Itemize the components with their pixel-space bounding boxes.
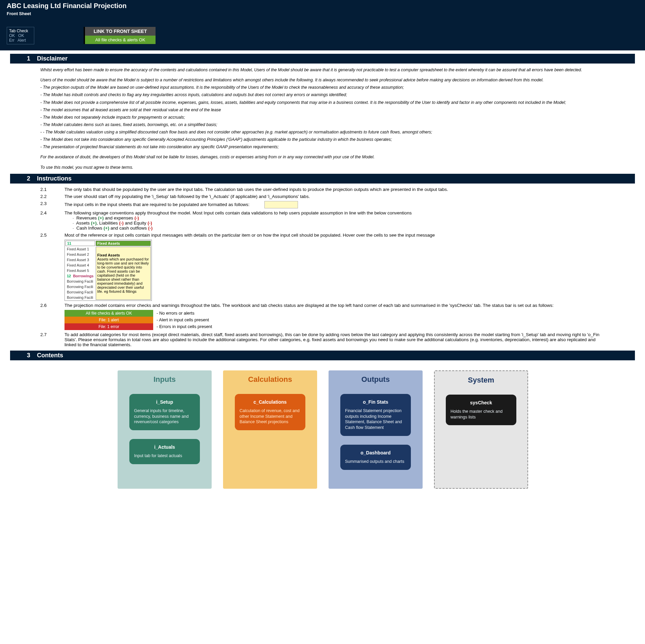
instr-num-2-2: 2.2 [40, 194, 64, 199]
instr-num-2-3: 2.3 [40, 201, 64, 208]
link-front-sheet[interactable]: LINK TO FRONT SHEET All file checks & al… [84, 27, 156, 44]
disclaimer-p4: To use this model, you must agree to the… [40, 164, 605, 170]
contents-col-outputs: Outputs o_Fin Stats Financial Statement … [329, 370, 423, 489]
disclaimer-b1: - The projection outputs of the Model ar… [40, 84, 605, 90]
tab-check-alert: Alert [17, 38, 26, 43]
status-bar-ok-label: - No errors or alerts [157, 311, 195, 316]
instr-text-2-6: The projection model contains error chec… [64, 303, 605, 308]
status-bar-alert: File: 1 alert [64, 317, 153, 323]
tab-check-label: Tab Check [9, 29, 32, 33]
instr-text-2-1: The only tabs that should be populated b… [64, 187, 605, 192]
contents-card-syscheck[interactable]: sysCheck Holds the master check and warn… [446, 395, 516, 426]
section-title: Contents [37, 352, 63, 359]
disclaimer-b2: - The Model has inbuilt controls and che… [40, 92, 605, 98]
contents-diagram: Inputs i_Setup General inputs for timeli… [0, 364, 645, 506]
status-bar-error: File: 1 error [64, 323, 153, 330]
status-bar-ok: All file checks & alerts OK [64, 310, 153, 317]
header-bar: ABC Leasing Ltd Financial Projection Fro… [0, 0, 645, 50]
instr-text-2-2: The user should start off my populating … [64, 194, 605, 199]
section-header-contents: 3 Contents [10, 351, 635, 360]
contents-card-calculations[interactable]: c_Calculations Calculation of revenue, c… [235, 394, 305, 431]
instr-text-2-4: The following signage conventions apply … [64, 210, 605, 231]
disclaimer-b8: - The Model does not take into considera… [40, 136, 605, 143]
contents-card-fin-stats[interactable]: o_Fin Stats Financial Statement projecti… [340, 394, 411, 436]
contents-col-inputs: Inputs i_Setup General inputs for timeli… [118, 370, 212, 489]
section-num: 1 [27, 55, 30, 62]
section-title: Disclaimer [37, 55, 68, 62]
disclaimer-p1: Whilst every effort has been made to ens… [40, 67, 605, 73]
link-front-sheet-label: LINK TO FRONT SHEET [84, 27, 156, 36]
disclaimer-b6: - The Model calculates items such as tax… [40, 122, 605, 128]
instr-num-2-4: 2.4 [40, 210, 64, 231]
instr-text-2-7: To add additional categories for most it… [64, 332, 605, 347]
tab-check-box: Tab Check OK OK Err Alert [7, 27, 34, 44]
disclaimer-b5: - The Model does not separately include … [40, 114, 605, 120]
file-checks-status: All file checks & alerts OK [84, 36, 156, 44]
status-bar-alert-label: - Alert in input cells present [157, 317, 209, 322]
contents-card-setup[interactable]: i_Setup General inputs for timeline, cur… [129, 394, 200, 431]
instr-num-2-6: 2.6 [40, 303, 64, 330]
contents-col-system: System sysCheck Holds the master check a… [434, 370, 528, 489]
tab-check-ok1: OK [9, 33, 15, 38]
section-header-disclaimer: 1 Disclaimer [10, 54, 635, 64]
contents-col-title-inputs: Inputs [118, 375, 212, 384]
tooltip-example: 11Fixed Assets Fixed Asset 1Fixed Assets… [64, 240, 152, 301]
section-num: 2 [27, 175, 30, 182]
section-num: 3 [27, 352, 30, 359]
section-title: Instructions [37, 175, 72, 182]
page-title: ABC Leasing Ltd Financial Projection [7, 2, 638, 10]
contents-col-title-out: Outputs [329, 375, 423, 384]
instr-text-2-3: The input cells in the input sheets that… [64, 201, 605, 208]
tab-check-err: Err [9, 38, 14, 43]
instr-num-2-5: 2.5 [40, 233, 64, 301]
instr-text-2-5: Most of the reference or input cells con… [64, 233, 605, 238]
instr-num-2-7: 2.7 [40, 332, 64, 347]
page-subtitle: Front Sheet [7, 11, 638, 16]
disclaimer-b4: - The model assumes that all leased asse… [40, 107, 605, 113]
contents-card-actuals[interactable]: i_Actuals Input tab for latest actuals [129, 439, 200, 464]
contents-card-dashboard[interactable]: o_Dashboard Summarised outputs and chart… [340, 445, 411, 470]
contents-col-calculations: Calculations c_Calculations Calculation … [223, 370, 317, 489]
contents-col-title-sys: System [435, 376, 527, 385]
disclaimer-p2: Users of the model should be aware that … [40, 77, 605, 83]
disclaimer-b3: - The Model does not provide a comprehen… [40, 99, 605, 106]
instr-num-2-1: 2.1 [40, 187, 64, 192]
disclaimer-body: Whilst every effort has been made to ens… [0, 67, 645, 170]
tab-check-ok2: OK [18, 33, 24, 38]
status-bar-error-label: - Errors in input cells present [157, 324, 212, 329]
disclaimer-b7: - - The Model calculates valuation using… [40, 129, 605, 135]
disclaimer-p3: For the avoidance of doubt, the develope… [40, 154, 605, 160]
section-header-instructions: 2 Instructions [10, 174, 635, 184]
disclaimer-b9: - The presentation of projected financia… [40, 144, 605, 150]
input-cell-sample [264, 201, 298, 208]
contents-col-title-calc: Calculations [223, 375, 317, 384]
